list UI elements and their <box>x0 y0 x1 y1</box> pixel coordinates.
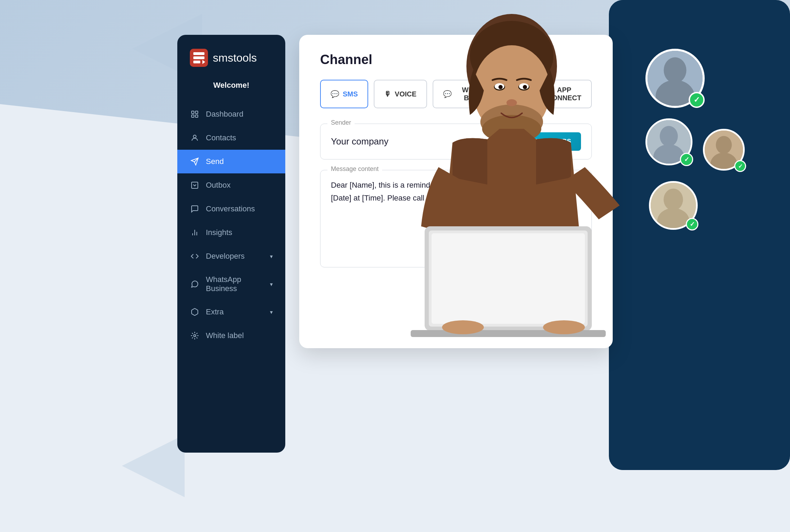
logo-icon <box>190 49 208 67</box>
welcome-text: Welcome! <box>177 81 285 102</box>
svg-rect-9 <box>195 115 198 117</box>
insights-label: Insights <box>206 228 232 237</box>
sidebar-item-conversations[interactable]: Conversations <box>177 197 285 221</box>
outbox-icon <box>190 180 200 190</box>
sidebar-item-contacts[interactable]: Contacts <box>177 126 285 150</box>
main-layout: smssmstoolstools Welcome! Dashbo <box>0 28 790 532</box>
panel-title: Channel <box>320 52 592 67</box>
white-label-icon <box>190 331 200 341</box>
grid-icon <box>190 109 200 119</box>
whatsapp-label: WhatsApp Business <box>206 275 264 293</box>
outbox-label: Outbox <box>206 181 231 190</box>
profile-circles-row: ✓ ✓ <box>645 118 748 174</box>
sidebar-item-send[interactable]: Send <box>177 150 285 173</box>
check-badge-4: ✓ <box>686 218 698 230</box>
sms-label: SMS <box>343 90 358 98</box>
svg-point-47 <box>664 189 683 211</box>
sidebar-item-outbox[interactable]: Outbox <box>177 173 285 197</box>
app-connect-icon: 🔗 <box>535 90 543 98</box>
profile-circles-container: ✓ ✓ <box>645 49 748 233</box>
conversations-label: Conversations <box>206 204 255 213</box>
message-content-label: Message content <box>327 165 382 173</box>
voice-label: VOICE <box>395 90 416 98</box>
sender-label: Sender <box>327 119 355 126</box>
profile-circle-2-wrapper: ✓ <box>645 118 696 169</box>
developers-chevron: ▾ <box>270 253 273 260</box>
send-icon <box>190 157 200 166</box>
sender-section: Sender Your company MANAGE SENDERS <box>320 124 592 159</box>
sender-content: Your company MANAGE SENDERS <box>331 132 581 151</box>
sidebar-item-white-label[interactable]: White label <box>177 324 285 347</box>
sidebar: smssmstoolstools Welcome! Dashbo <box>177 35 285 453</box>
white-label-label: White label <box>206 331 244 340</box>
svg-rect-2 <box>193 52 204 55</box>
developers-label: Developers <box>206 252 245 261</box>
check-badge-2: ✓ <box>680 153 693 166</box>
extra-label: Extra <box>206 307 224 316</box>
tab-whatsapp-business[interactable]: 💬 WHATSAPP BUSINESS <box>433 80 519 108</box>
svg-rect-7 <box>195 111 198 114</box>
svg-point-17 <box>194 335 196 337</box>
profile-circle-3-wrapper: ✓ <box>703 129 748 174</box>
svg-marker-5 <box>202 60 205 64</box>
tab-sms[interactable]: 💬 SMS <box>320 80 368 108</box>
logo-area: smssmstoolstools <box>177 49 285 81</box>
sender-value: Your company <box>331 136 388 147</box>
conversations-icon <box>190 204 200 214</box>
svg-rect-4 <box>193 61 200 63</box>
whatsapp-tab-icon: 💬 <box>443 90 452 98</box>
svg-rect-13 <box>192 182 198 188</box>
sidebar-item-extra[interactable]: Extra ▾ <box>177 300 285 324</box>
app-connect-label: APP CONNECT <box>547 86 581 102</box>
contacts-label: Contacts <box>206 133 236 142</box>
extra-icon <box>190 307 200 317</box>
send-label: Send <box>206 157 224 166</box>
contacts-icon <box>190 133 200 143</box>
whatsapp-chevron: ▾ <box>270 281 273 288</box>
manage-senders-button[interactable]: MANAGE SENDERS <box>499 132 581 151</box>
svg-point-44 <box>716 136 732 154</box>
content-area: Channel 💬 SMS 🎙 VOICE 💬 WHATSAPP BUSINES… <box>299 31 613 348</box>
messages-badge: 2 Messages <box>525 262 581 277</box>
whatsapp-tab-label: WHATSAPP BUSINESS <box>455 86 509 102</box>
svg-rect-3 <box>193 56 204 59</box>
svg-point-38 <box>664 57 686 83</box>
channel-tabs: 💬 SMS 🎙 VOICE 💬 WHATSAPP BUSINESS 🔗 APP … <box>320 80 592 108</box>
message-section: Message content Dear [Name], this is a r… <box>320 170 592 267</box>
whatsapp-icon <box>190 279 200 289</box>
sidebar-item-developers[interactable]: Developers ▾ <box>177 244 285 268</box>
profile-circle-1-wrapper: ✓ <box>645 49 708 111</box>
check-badge-3: ✓ <box>734 160 746 172</box>
developers-icon <box>190 251 200 261</box>
main-panel: Channel 💬 SMS 🎙 VOICE 💬 WHATSAPP BUSINES… <box>299 35 613 348</box>
dashboard-label: Dashboard <box>206 110 243 119</box>
tab-voice[interactable]: 🎙 VOICE <box>374 80 427 108</box>
sidebar-nav: Dashboard Contacts <box>177 102 285 439</box>
sidebar-item-dashboard[interactable]: Dashboard <box>177 102 285 126</box>
voice-icon: 🎙 <box>384 90 391 98</box>
svg-point-10 <box>193 135 196 138</box>
logo-text: smssmstoolstools <box>213 52 257 64</box>
message-text: Dear [Name], this is a reminder about yo… <box>331 179 581 205</box>
sidebar-item-insights[interactable]: Insights <box>177 221 285 244</box>
svg-point-41 <box>660 126 678 147</box>
svg-rect-6 <box>192 111 194 114</box>
check-badge-1: ✓ <box>689 92 705 108</box>
tab-app-connect[interactable]: 🔗 APP CONNECT <box>524 80 592 108</box>
insights-icon <box>190 228 200 237</box>
sidebar-item-whatsapp[interactable]: WhatsApp Business ▾ <box>177 268 285 300</box>
profile-circle-4-wrapper: ✓ <box>649 181 701 233</box>
extra-chevron: ▾ <box>270 309 273 315</box>
svg-rect-8 <box>192 115 194 117</box>
sms-icon: 💬 <box>331 90 339 98</box>
